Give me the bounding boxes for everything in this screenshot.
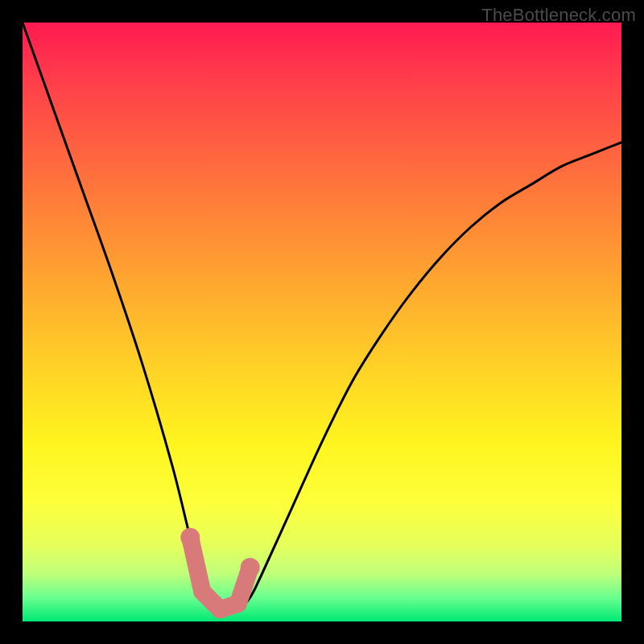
chart-frame: TheBottleneck.com — [0, 0, 644, 644]
marker-right-shoulder — [241, 558, 260, 577]
marker-valley-bottom — [212, 601, 229, 618]
curve-path — [23, 23, 621, 611]
bottleneck-curve — [23, 23, 621, 621]
marker-valley-left — [193, 583, 211, 601]
marker-valley-right — [229, 595, 247, 613]
marker-left-shoulder — [180, 528, 200, 547]
plot-area — [23, 23, 621, 621]
valley-markers — [180, 528, 259, 618]
